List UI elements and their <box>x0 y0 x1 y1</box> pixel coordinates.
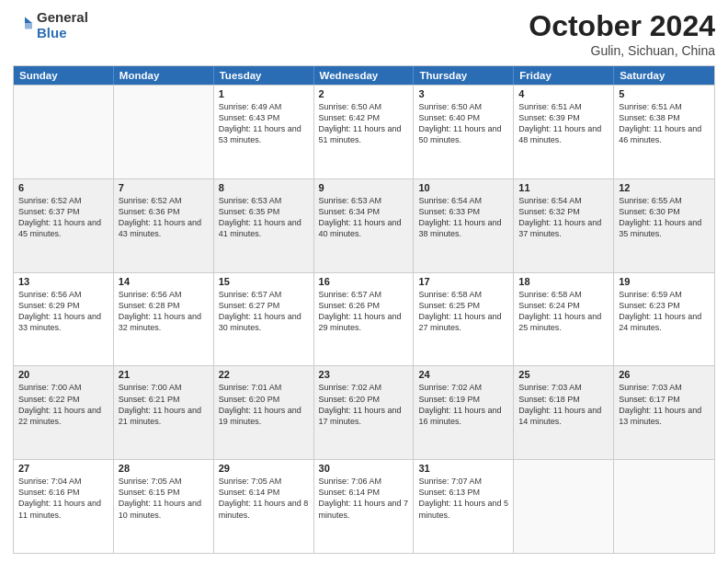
cell-day-0-5: 4 <box>518 88 609 99</box>
cal-row-4: 27Sunrise: 7:04 AM Sunset: 6:16 PM Dayli… <box>14 459 714 553</box>
cal-cell-4-3: 30Sunrise: 7:06 AM Sunset: 6:14 PM Dayli… <box>314 460 415 553</box>
cal-cell-3-2: 22Sunrise: 7:01 AM Sunset: 6:20 PM Dayli… <box>214 366 314 459</box>
cell-info-1-1: Sunrise: 6:52 AM Sunset: 6:36 PM Dayligh… <box>119 195 209 240</box>
cell-info-2-1: Sunrise: 6:56 AM Sunset: 6:28 PM Dayligh… <box>119 289 209 334</box>
cell-info-3-1: Sunrise: 7:00 AM Sunset: 6:21 PM Dayligh… <box>119 382 209 427</box>
cal-cell-3-4: 24Sunrise: 7:02 AM Sunset: 6:19 PM Dayli… <box>414 366 514 459</box>
cal-cell-0-4: 3Sunrise: 6:50 AM Sunset: 6:40 PM Daylig… <box>414 86 514 178</box>
calendar-header: Sunday Monday Tuesday Wednesday Thursday… <box>14 66 714 85</box>
cal-row-2: 13Sunrise: 6:56 AM Sunset: 6:29 PM Dayli… <box>14 272 714 366</box>
cal-cell-3-6: 26Sunrise: 7:03 AM Sunset: 6:17 PM Dayli… <box>614 366 714 459</box>
cell-day-4-3: 30 <box>319 463 409 474</box>
cell-day-0-4: 3 <box>418 88 508 99</box>
cell-info-0-2: Sunrise: 6:49 AM Sunset: 6:43 PM Dayligh… <box>219 101 309 146</box>
cal-cell-3-0: 20Sunrise: 7:00 AM Sunset: 6:22 PM Dayli… <box>14 366 114 459</box>
cell-info-0-3: Sunrise: 6:50 AM Sunset: 6:42 PM Dayligh… <box>319 101 409 146</box>
cell-info-0-6: Sunrise: 6:51 AM Sunset: 6:38 PM Dayligh… <box>619 101 710 146</box>
cell-info-2-3: Sunrise: 6:57 AM Sunset: 6:26 PM Dayligh… <box>319 289 409 334</box>
calendar-body: 1Sunrise: 6:49 AM Sunset: 6:43 PM Daylig… <box>14 85 714 553</box>
header-sunday: Sunday <box>14 66 114 85</box>
header-thursday: Thursday <box>414 66 514 85</box>
cell-info-4-3: Sunrise: 7:06 AM Sunset: 6:14 PM Dayligh… <box>319 476 409 521</box>
cell-info-2-4: Sunrise: 6:58 AM Sunset: 6:25 PM Dayligh… <box>418 289 508 334</box>
cell-info-2-2: Sunrise: 6:57 AM Sunset: 6:27 PM Dayligh… <box>219 289 309 334</box>
cal-cell-4-0: 27Sunrise: 7:04 AM Sunset: 6:16 PM Dayli… <box>14 460 114 553</box>
cal-cell-3-1: 21Sunrise: 7:00 AM Sunset: 6:21 PM Dayli… <box>114 366 214 459</box>
cell-info-1-4: Sunrise: 6:54 AM Sunset: 6:33 PM Dayligh… <box>418 195 508 240</box>
cal-cell-4-2: 29Sunrise: 7:05 AM Sunset: 6:14 PM Dayli… <box>214 460 314 553</box>
title-block: October 2024 Gulin, Sichuan, China <box>529 9 715 58</box>
cal-cell-0-5: 4Sunrise: 6:51 AM Sunset: 6:39 PM Daylig… <box>514 86 614 178</box>
cell-info-4-4: Sunrise: 7:07 AM Sunset: 6:13 PM Dayligh… <box>418 476 508 521</box>
cal-cell-1-1: 7Sunrise: 6:52 AM Sunset: 6:36 PM Daylig… <box>114 179 214 272</box>
cal-cell-2-4: 17Sunrise: 6:58 AM Sunset: 6:25 PM Dayli… <box>414 273 514 366</box>
cell-info-2-0: Sunrise: 6:56 AM Sunset: 6:29 PM Dayligh… <box>18 289 108 334</box>
cal-cell-3-3: 23Sunrise: 7:02 AM Sunset: 6:20 PM Dayli… <box>314 366 415 459</box>
svg-marker-1 <box>25 23 32 29</box>
cell-day-3-5: 25 <box>518 369 609 380</box>
cell-day-1-0: 6 <box>18 182 108 193</box>
cal-cell-1-0: 6Sunrise: 6:52 AM Sunset: 6:37 PM Daylig… <box>14 179 114 272</box>
svg-marker-0 <box>25 17 32 24</box>
cal-cell-0-6: 5Sunrise: 6:51 AM Sunset: 6:38 PM Daylig… <box>614 86 714 178</box>
cell-day-1-3: 9 <box>319 182 409 193</box>
cell-info-0-5: Sunrise: 6:51 AM Sunset: 6:39 PM Dayligh… <box>518 101 609 146</box>
cell-info-3-5: Sunrise: 7:03 AM Sunset: 6:18 PM Dayligh… <box>518 382 609 427</box>
header-wednesday: Wednesday <box>314 66 415 85</box>
cell-info-1-5: Sunrise: 6:54 AM Sunset: 6:32 PM Dayligh… <box>518 195 609 240</box>
cell-info-2-6: Sunrise: 6:59 AM Sunset: 6:23 PM Dayligh… <box>619 289 710 334</box>
page: General Blue October 2024 Gulin, Sichuan… <box>0 0 728 563</box>
logo-general: General <box>37 9 88 25</box>
cell-day-0-2: 1 <box>219 88 309 99</box>
cell-info-4-0: Sunrise: 7:04 AM Sunset: 6:16 PM Dayligh… <box>18 476 108 521</box>
cal-cell-1-2: 8Sunrise: 6:53 AM Sunset: 6:35 PM Daylig… <box>214 179 314 272</box>
cal-cell-2-1: 14Sunrise: 6:56 AM Sunset: 6:28 PM Dayli… <box>114 273 214 366</box>
cell-info-1-2: Sunrise: 6:53 AM Sunset: 6:35 PM Dayligh… <box>219 195 309 240</box>
cal-cell-1-3: 9Sunrise: 6:53 AM Sunset: 6:34 PM Daylig… <box>314 179 415 272</box>
header-monday: Monday <box>114 66 214 85</box>
cal-cell-1-5: 11Sunrise: 6:54 AM Sunset: 6:32 PM Dayli… <box>514 179 614 272</box>
cal-cell-4-6 <box>614 460 714 553</box>
title-month: October 2024 <box>529 9 715 43</box>
cell-info-3-4: Sunrise: 7:02 AM Sunset: 6:19 PM Dayligh… <box>418 382 508 427</box>
cell-day-2-3: 16 <box>319 276 409 287</box>
cell-day-3-2: 22 <box>219 369 309 380</box>
cal-cell-2-2: 15Sunrise: 6:57 AM Sunset: 6:27 PM Dayli… <box>214 273 314 366</box>
cal-cell-1-6: 12Sunrise: 6:55 AM Sunset: 6:30 PM Dayli… <box>614 179 714 272</box>
cell-day-3-1: 21 <box>119 369 209 380</box>
cell-day-0-3: 2 <box>319 88 409 99</box>
header-friday: Friday <box>514 66 614 85</box>
cal-cell-2-3: 16Sunrise: 6:57 AM Sunset: 6:26 PM Dayli… <box>314 273 415 366</box>
logo-blue: Blue <box>37 25 67 40</box>
cal-cell-4-4: 31Sunrise: 7:07 AM Sunset: 6:13 PM Dayli… <box>414 460 514 553</box>
title-location: Gulin, Sichuan, China <box>529 43 715 58</box>
cal-cell-3-5: 25Sunrise: 7:03 AM Sunset: 6:18 PM Dayli… <box>514 366 614 459</box>
cell-day-3-0: 20 <box>18 369 108 380</box>
cell-info-0-4: Sunrise: 6:50 AM Sunset: 6:40 PM Dayligh… <box>418 101 508 146</box>
cell-info-1-0: Sunrise: 6:52 AM Sunset: 6:37 PM Dayligh… <box>18 195 108 240</box>
cal-cell-0-3: 2Sunrise: 6:50 AM Sunset: 6:42 PM Daylig… <box>314 86 415 178</box>
cell-day-4-2: 29 <box>219 463 309 474</box>
cell-day-1-6: 12 <box>619 182 710 193</box>
cell-info-3-6: Sunrise: 7:03 AM Sunset: 6:17 PM Dayligh… <box>619 382 710 427</box>
cell-info-4-1: Sunrise: 7:05 AM Sunset: 6:15 PM Dayligh… <box>119 476 209 521</box>
cell-day-2-1: 14 <box>119 276 209 287</box>
cal-cell-0-0 <box>14 86 114 178</box>
cal-row-1: 6Sunrise: 6:52 AM Sunset: 6:37 PM Daylig… <box>14 178 714 272</box>
cell-day-3-3: 23 <box>319 369 409 380</box>
cal-cell-2-5: 18Sunrise: 6:58 AM Sunset: 6:24 PM Dayli… <box>514 273 614 366</box>
header-tuesday: Tuesday <box>214 66 314 85</box>
logo: General Blue <box>13 9 88 41</box>
calendar: Sunday Monday Tuesday Wednesday Thursday… <box>13 65 715 554</box>
cell-day-2-6: 19 <box>619 276 710 287</box>
cell-day-3-6: 26 <box>619 369 710 380</box>
cal-row-3: 20Sunrise: 7:00 AM Sunset: 6:22 PM Dayli… <box>14 365 714 459</box>
cell-day-4-4: 31 <box>418 463 508 474</box>
cell-day-4-1: 28 <box>119 463 209 474</box>
header: General Blue October 2024 Gulin, Sichuan… <box>13 9 715 58</box>
cal-row-0: 1Sunrise: 6:49 AM Sunset: 6:43 PM Daylig… <box>14 85 714 178</box>
cell-info-3-2: Sunrise: 7:01 AM Sunset: 6:20 PM Dayligh… <box>219 382 309 427</box>
cell-info-1-3: Sunrise: 6:53 AM Sunset: 6:34 PM Dayligh… <box>319 195 409 240</box>
cal-cell-4-1: 28Sunrise: 7:05 AM Sunset: 6:15 PM Dayli… <box>114 460 214 553</box>
cell-day-1-5: 11 <box>518 182 609 193</box>
